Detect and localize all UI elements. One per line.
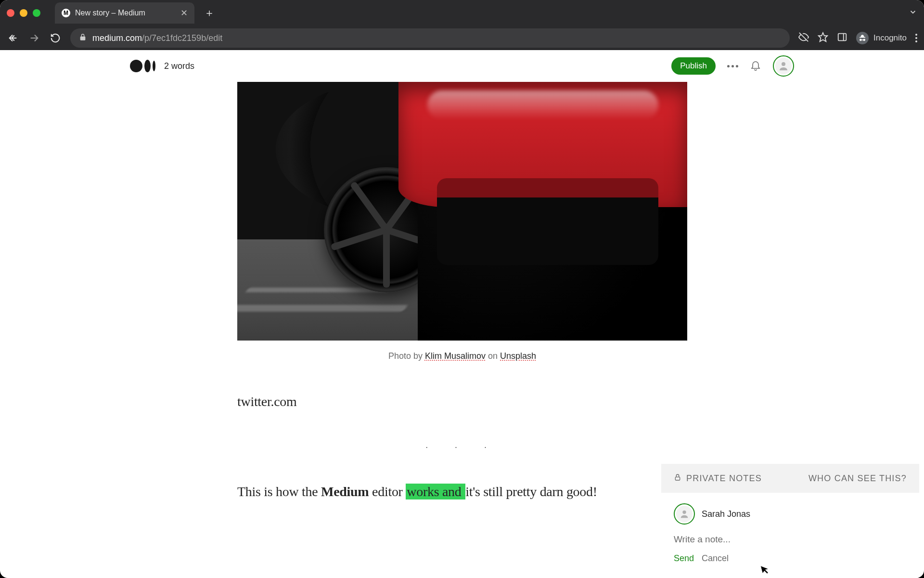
editor-header: 2 words Publish (0, 50, 924, 82)
note-author: Sarah Jonas (674, 503, 907, 525)
medium-logo-icon[interactable] (130, 60, 155, 72)
close-tab-icon[interactable]: ✕ (180, 8, 188, 18)
svg-marker-4 (819, 33, 827, 41)
window-controls (7, 9, 40, 17)
forward-button[interactable] (28, 33, 40, 43)
tabs-dropdown-icon[interactable] (909, 8, 917, 18)
browser-tab[interactable]: M New story – Medium ✕ (55, 2, 194, 24)
publish-button[interactable]: Publish (671, 57, 716, 75)
section-separator[interactable]: · · · (237, 443, 687, 452)
eye-off-icon[interactable] (798, 32, 809, 44)
incognito-icon (856, 32, 869, 44)
close-window-button[interactable] (7, 9, 14, 17)
url-text: medium.com/p/7ec1fdc2159b/edit (92, 33, 222, 43)
highlighted-text: works and (406, 484, 465, 499)
word-count: 2 words (164, 61, 194, 71)
browser-menu-icon[interactable] (915, 34, 917, 42)
send-button[interactable]: Send (674, 553, 694, 564)
editor-text-twitter[interactable]: twitter.com (237, 394, 687, 409)
user-avatar-button[interactable] (773, 55, 794, 77)
author-link[interactable]: Klim Musalimov (425, 351, 486, 361)
svg-point-7 (782, 62, 785, 66)
incognito-label: Incognito (873, 33, 907, 43)
bookmark-star-icon[interactable] (818, 32, 828, 44)
source-link[interactable]: Unsplash (500, 351, 536, 361)
image-caption[interactable]: Photo by Klim Musalimov on Unsplash (237, 351, 687, 361)
svg-rect-5 (838, 34, 847, 41)
notes-title: PRIVATE NOTES (686, 473, 762, 484)
note-author-name: Sarah Jonas (702, 509, 750, 519)
back-button[interactable] (7, 33, 19, 43)
note-avatar-ring (674, 503, 695, 525)
note-input[interactable]: Write a note... (674, 534, 907, 546)
note-avatar-icon (676, 506, 693, 522)
editor-paragraph[interactable]: This is how the Medium editor works and … (237, 482, 687, 502)
editor-body[interactable]: Photo by Klim Musalimov on Unsplash twit… (237, 82, 687, 502)
browser-right-icons: Incognito (798, 32, 917, 44)
who-can-see-link[interactable]: WHO CAN SEE THIS? (808, 473, 907, 484)
more-options-icon[interactable] (727, 65, 738, 67)
svg-point-9 (682, 511, 686, 514)
browser-address-row: medium.com/p/7ec1fdc2159b/edit Incog (0, 26, 924, 50)
browser-tab-row: M New story – Medium ✕ ＋ (0, 0, 924, 26)
medium-favicon-icon: M (62, 9, 70, 17)
notes-header: PRIVATE NOTES WHO CAN SEE THIS? (661, 464, 919, 493)
private-notes-panel: PRIVATE NOTES WHO CAN SEE THIS? Sarah Jo… (661, 464, 919, 578)
address-bar[interactable]: medium.com/p/7ec1fdc2159b/edit (70, 28, 790, 48)
minimize-window-button[interactable] (20, 9, 27, 17)
note-actions: Send Cancel (674, 553, 907, 564)
cancel-button[interactable]: Cancel (702, 553, 729, 564)
svg-rect-8 (675, 477, 680, 480)
lock-icon (79, 33, 87, 43)
lock-icon (674, 473, 681, 484)
panel-icon[interactable] (837, 32, 847, 44)
new-tab-button[interactable]: ＋ (199, 6, 219, 20)
notifications-icon[interactable] (750, 59, 761, 73)
incognito-indicator[interactable]: Incognito (856, 32, 907, 44)
reload-button[interactable] (49, 33, 62, 43)
fullscreen-window-button[interactable] (33, 9, 40, 17)
browser-chrome: M New story – Medium ✕ ＋ (0, 0, 924, 50)
avatar-placeholder-icon (775, 58, 792, 74)
tab-title: New story – Medium (75, 9, 145, 17)
hero-image[interactable] (237, 82, 687, 341)
notes-body: Sarah Jonas Write a note... Send Cancel (661, 493, 919, 578)
